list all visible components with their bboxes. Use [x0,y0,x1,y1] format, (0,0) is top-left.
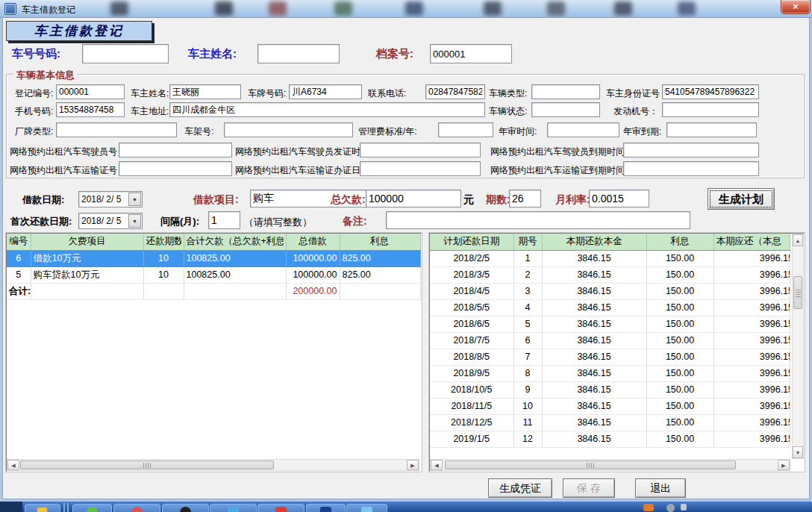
taskbar-separator [63,503,65,512]
tray-icon[interactable] [643,504,654,511]
scroll-left-icon[interactable]: ◀ [431,460,443,470]
scroll-down-icon[interactable]: ▼ [793,446,803,458]
taskbar-button[interactable] [162,504,209,512]
plate-no-input[interactable] [289,84,362,99]
exit-button[interactable]: 退出 [635,478,686,498]
taskbar-button[interactable] [72,504,112,512]
table-row[interactable]: 6借款10万元10100825.00100000.00825.00 [7,250,421,266]
tray-icon[interactable] [666,504,675,512]
remark-input[interactable] [386,211,690,229]
net-driver-no-input[interactable] [119,143,232,157]
engine-no-input[interactable] [662,102,759,117]
cell: 8 [513,365,542,381]
start-button[interactable] [0,502,22,512]
plan-hscrollbar[interactable]: ◀ ▶ [430,459,790,471]
cell: 3846.15 [542,332,646,349]
scrollbar-thumb[interactable] [445,461,736,469]
id-no-input[interactable] [662,84,759,99]
cell: 10 [513,398,542,414]
scroll-up-icon[interactable]: ▲ [793,234,803,246]
table-row[interactable]: 2019/1/5123846.15150.003996.15 [430,431,790,447]
interval-hint: （请填写整数） [244,216,312,229]
table-row[interactable]: 2018/7/563846.15150.003996.15 [430,332,790,349]
blurred-desktop-icon [547,1,565,16]
table-row[interactable]: 2018/2/513846.15150.003996.15 [430,250,790,266]
chevron-down-icon[interactable]: ▼ [128,193,141,206]
net-trans-expiry-input[interactable] [623,161,759,176]
cell: 12 [513,431,542,447]
debt-hscrollbar[interactable]: ◀ ▶ [7,459,419,471]
taskbar-button[interactable] [25,504,60,512]
taskbar-button[interactable] [346,504,387,512]
owner-name-input[interactable] [257,44,340,63]
net-trans-issue-input[interactable] [360,161,481,176]
car-no-input[interactable] [82,44,169,63]
table-row[interactable]: 5购车贷款10万元10100825.00100000.00825.00 [7,266,421,283]
brand-type-input[interactable] [56,122,177,137]
table-row[interactable]: 2018/9/583846.15150.003996.15 [430,365,790,381]
taskbar-button[interactable] [113,504,160,512]
total-debt-input[interactable] [366,190,461,207]
net-driver-expiry-input[interactable] [623,143,759,157]
annual-review-input[interactable] [547,122,619,137]
table-row[interactable]: 2018/3/523846.15150.003996.15 [430,266,790,283]
net-trans-no-input[interactable] [119,161,232,176]
cell: 2018/6/5 [430,316,513,332]
taskbar-button[interactable] [306,504,346,512]
plan-vscrollbar[interactable]: ▲ ▼ [792,234,804,459]
net-driver-issue-input[interactable] [360,143,481,157]
vehicle-status-input[interactable] [531,102,600,117]
vehicle-type-input[interactable] [531,84,600,99]
mobile-input[interactable] [56,102,125,117]
titlebar[interactable]: 车主借款登记 × [0,0,812,18]
id-no-label: 车主身份证号 [606,87,660,100]
taskbar[interactable] [0,502,812,512]
table-row[interactable]: 2018/10/593846.15150.003996.15 [430,381,790,398]
cell: 2 [513,266,542,283]
tray-icon[interactable] [681,504,687,511]
table-row[interactable]: 2018/6/553846.15150.003996.15 [430,316,790,332]
chevron-down-icon[interactable]: ▼ [128,214,141,228]
table-row[interactable]: 2018/12/5113846.15150.003996.15 [430,414,790,431]
generate-plan-button[interactable]: 生成计划 [708,188,775,210]
cell: 150.00 [646,365,713,381]
cell: 2018/7/5 [430,332,513,349]
folder-icon [37,507,48,512]
phone-input[interactable] [425,84,485,99]
taskbar-button[interactable] [210,504,257,512]
table-row[interactable]: 2018/4/533846.15150.003996.15 [430,283,790,299]
save-button[interactable]: 保 存 [563,478,615,498]
first-repay-combo[interactable]: 2018/ 2/ 5 ▼ [78,213,143,229]
reg-no-input[interactable] [56,84,125,99]
interval-input[interactable] [208,211,240,229]
table-row[interactable]: 2018/5/543846.15150.003996.15 [430,299,790,316]
scroll-left-icon[interactable]: ◀ [7,460,19,470]
cell: 2018/5/5 [430,299,513,316]
scroll-right-icon[interactable]: ▶ [778,460,790,470]
scrollbar-thumb[interactable] [793,276,802,309]
file-no-input[interactable] [430,44,512,63]
taskbar-button[interactable] [257,504,304,512]
close-icon: × [793,1,799,12]
table-row[interactable]: 2018/11/5103846.15150.003996.15 [430,398,790,414]
periods-label: 期数: [486,193,510,207]
cell: 3996.15 [713,365,790,381]
scroll-right-icon[interactable]: ▶ [407,460,419,470]
close-button[interactable]: × [781,0,811,14]
v-owner-input[interactable] [169,84,241,99]
cell: 合计: [7,283,31,299]
mgmt-fee-input[interactable] [438,122,493,137]
annual-expiry-input[interactable] [666,122,757,137]
generate-voucher-button[interactable]: 生成凭证 [488,478,552,498]
chassis-no-input[interactable] [224,122,353,137]
monthly-rate-input[interactable] [589,190,649,207]
periods-input[interactable] [509,190,541,207]
table-row[interactable]: 2018/8/573846.15150.003996.15 [430,349,790,365]
address-input[interactable] [169,102,485,117]
cell: 3846.15 [542,316,646,332]
loan-date-combo[interactable]: 2018/ 2/ 5 ▼ [78,191,143,207]
cell: 2018/9/5 [430,365,513,381]
column-header: 期号 [513,234,542,250]
vehicle-info-title: 车辆基本信息 [13,69,78,82]
scrollbar-thumb[interactable] [20,461,274,469]
